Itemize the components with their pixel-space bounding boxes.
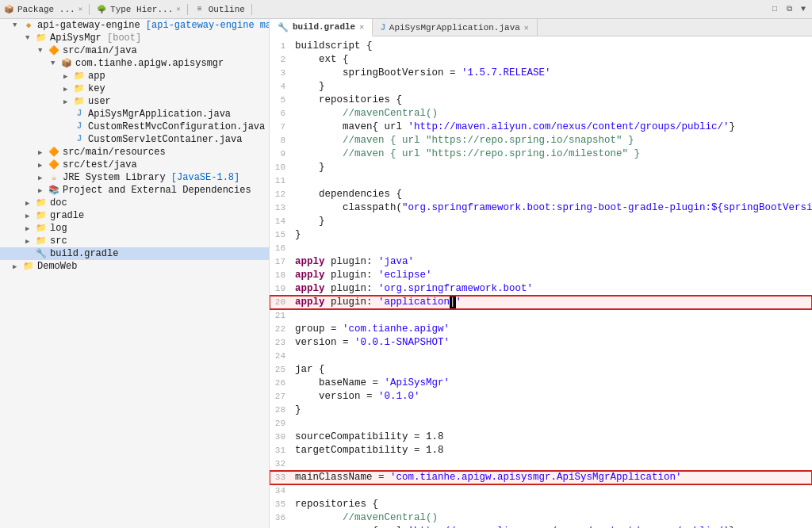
tree-item-src[interactable]: ▶ 📁 src [0,235,269,247]
package-label: Package ... [17,5,75,14]
code-line: 35repositories { [270,498,812,511]
outline-label: Outline [209,5,245,14]
tab-close-java[interactable]: ✕ [524,23,529,33]
code-line: 26 baseName = 'ApiSysMgr' [270,377,812,390]
tree-label: src/main/java [63,45,137,56]
tree-arrow: ▶ [38,174,48,182]
tree-item-jre[interactable]: ▶ ☕ JRE System Library [JavaSE-1.8] [0,171,269,184]
tree-item-demoweb[interactable]: ▶ 📁 DemoWeb [0,260,269,273]
tree-arrow: ▶ [63,85,73,94]
tree-item-apisysmgr-app[interactable]: ▶ J ApiSysMgrApplication.java [0,108,269,121]
type-hier-close[interactable]: ✕ [176,5,180,13]
tree-arrow: ▼ [13,21,22,29]
tab-label: build.gradle [293,22,355,32]
gradle-icon: 🔧 [35,248,48,259]
maximize-icon[interactable]: ⧉ [783,4,795,15]
code-line: 7 maven{ url 'http://maven.aliyun.com/ne… [270,121,812,134]
code-line: 16 [270,242,812,255]
tree-item-app[interactable]: ▶ 📁 app [0,70,269,82]
tree-label: com.tianhe.apigw.apisysmgr [75,58,224,69]
code-line: 14 } [270,215,812,228]
tree-label: Project and External Dependencies [63,185,251,196]
folder-icon: 📁 [35,210,48,221]
code-line: 4 } [270,80,812,94]
tree-label: api-gateway-engine [api-gateway-engine m… [37,20,270,31]
tree-item-customrest[interactable]: ▶ J CustomRestMvcConfiguration.java [0,121,269,133]
tree-arrow: ▼ [38,47,48,55]
tree-arrow: ▼ [25,34,35,42]
tree-item-src-test[interactable]: ▶ 🔶 src/test/java [0,159,269,171]
java-icon: J [73,109,86,120]
code-line: 37 maven{ url 'http://maven.aliyun.com/n… [270,525,812,528]
jre-icon: ☕ [48,172,60,183]
code-line: 24 [270,350,812,363]
tree-item-key[interactable]: ▶ 📁 key [0,82,269,95]
type-hier-icon: 🌳 [96,4,107,15]
dropdown-icon[interactable]: ▼ [798,4,809,15]
folder-icon: 📁 [73,71,86,82]
tree-item-package[interactable]: ▼ 📦 com.tianhe.apigw.apisysmgr [0,57,269,70]
src-icon: 🔶 [48,147,60,158]
type-hier-panel[interactable]: 🌳 Type Hier... ✕ [96,4,188,15]
code-line: 1buildscript { [270,40,812,53]
sidebar: ▼ ◆ api-gateway-engine [api-gateway-engi… [0,19,270,528]
pkg-icon: 📦 [60,58,73,69]
tab-build-gradle[interactable]: 🔧 build.gradle ✕ [270,19,373,36]
tree-label: src/main/resources [63,147,166,158]
tree-item-src-main-java[interactable]: ▼ 🔶 src/main/java [0,44,269,57]
tree-item-build-gradle[interactable]: ▶ 🔧 build.gradle [0,247,269,260]
package-close[interactable]: ✕ [79,5,82,13]
outline-panel[interactable]: ≡ Outline [194,4,252,15]
tree-label: DemoWeb [37,261,77,272]
tree-label: doc [50,197,67,209]
code-line: 10 } [270,161,812,174]
code-line: 18apply plugin: 'eclipse' [270,269,812,282]
top-bar: 📦 Package ... ✕ 🌳 Type Hier... ✕ ≡ Outli… [0,0,812,19]
java-icon: J [73,134,86,145]
tree-label: src [50,235,67,247]
tree-label: CustomServletContainer.java [88,134,242,145]
code-line: 23version = '0.0.1-SNAPSHOT' [270,336,812,350]
tree-item-gradle[interactable]: ▶ 📁 gradle [0,209,269,222]
code-line: 19apply plugin: 'org.springframework.boo… [270,282,812,296]
tree-arrow: ▶ [25,224,35,233]
tree-item-src-main-res[interactable]: ▶ 🔶 src/main/resources [0,146,269,159]
tree-arrow: ▶ [63,72,73,81]
tree-label: JRE System Library [JavaSE-1.8] [63,172,239,183]
tree-item-apisysmgr[interactable]: ▼ 📁 ApiSysMgr [boot] [0,32,269,44]
tree-item-api-gateway[interactable]: ▼ ◆ api-gateway-engine [api-gateway-engi… [0,19,269,32]
tree-arrow: ▶ [38,186,48,195]
tree-item-doc[interactable]: ▶ 📁 doc [0,197,269,209]
tree-arrow: ▶ [25,199,35,208]
tree-item-customservlet[interactable]: ▶ J CustomServletContainer.java [0,133,269,146]
code-line: 32 [270,457,812,471]
tree-item-ext-deps[interactable]: ▶ 📚 Project and External Dependencies [0,184,269,197]
folder-icon: 📁 [35,235,48,247]
folder-icon: 📁 [73,83,86,94]
tab-bar: 🔧 build.gradle ✕ J ApiSysMgrApplication.… [270,19,812,36]
code-line-highlighted-main: 33 mainClassName = 'com.tianhe.apigw.api… [270,471,812,484]
tab-apisysmgr-java[interactable]: J ApiSysMgrApplication.java ✕ [373,19,538,36]
folder-icon: 📁 [35,223,48,234]
tree-arrow: ▼ [51,59,60,67]
main-layout: ▼ ◆ api-gateway-engine [api-gateway-engi… [0,19,812,528]
tree-item-user[interactable]: ▶ 📁 user [0,95,269,108]
tree-item-log[interactable]: ▶ 📁 log [0,222,269,235]
tree-label: gradle [50,210,84,221]
code-line: 28} [270,404,812,417]
minimize-icon[interactable]: □ [769,4,780,15]
package-panel[interactable]: 📦 Package ... ✕ [3,4,90,15]
tab-close-build[interactable]: ✕ [359,22,364,32]
code-line: 13 classpath("org.springframework.boot:s… [270,201,812,215]
type-hier-label: Type Hier... [110,5,173,14]
src-icon: 🔶 [48,159,60,170]
code-line: 30sourceCompatibility = 1.8 [270,430,812,444]
code-line: 29 [270,417,812,430]
code-line: 3 springBootVersion = '1.5.7.RELEASE' [270,67,812,80]
tree-label: ApiSysMgr [boot] [50,33,141,44]
code-line-highlighted-apply: 20 apply plugin: 'application|' [270,296,812,309]
tab-label: ApiSysMgrApplication.java [389,23,520,33]
code-line: 22group = 'com.tianhe.apigw' [270,323,812,336]
code-line: 25jar { [270,363,812,377]
code-editor[interactable]: 1buildscript { 2 ext { 3 springBootVersi… [270,36,812,528]
